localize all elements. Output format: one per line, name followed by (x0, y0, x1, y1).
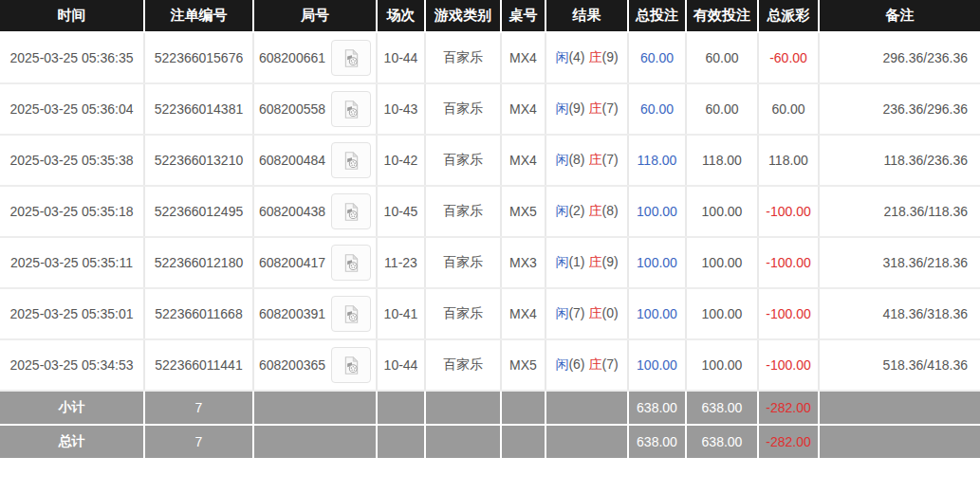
cell-round-id: 608200417 (253, 237, 377, 288)
result-banker-label: 庄 (589, 49, 602, 64)
summary-empty-table-no (501, 391, 545, 425)
result-player-label: 闲 (555, 356, 568, 372)
summary-empty-result (545, 425, 628, 458)
table-row: 2025-03-25 05:35:18 522366012495 6082004… (0, 186, 980, 237)
cell-time: 2025-03-25 05:35:11 (0, 237, 144, 288)
cell-table-no: MX5 (501, 186, 545, 237)
cell-result: 闲(9)庄(7) (545, 83, 628, 135)
result-banker-label: 庄 (589, 203, 602, 218)
video-replay-button[interactable] (331, 245, 371, 281)
result-banker-label: 庄 (589, 152, 602, 167)
round-id-text: 608200438 (259, 204, 325, 219)
col-header-valid-bet: 有效投注 (686, 0, 758, 32)
cell-table-no: MX4 (501, 32, 545, 83)
col-header-payout: 总派彩 (758, 0, 819, 32)
result-banker-score: (9) (602, 49, 619, 64)
col-header-game-type: 游戏类别 (425, 0, 501, 32)
cell-result: 闲(8)庄(7) (545, 135, 628, 186)
result-banker-label: 庄 (589, 305, 602, 320)
result-player-score: (9) (568, 100, 584, 116)
summary-empty-result (545, 391, 628, 425)
video-file-icon (342, 304, 361, 324)
cell-total-bet: 100.00 (628, 186, 686, 237)
summary-count: 7 (144, 425, 253, 458)
col-header-total-bet: 总投注 (628, 0, 686, 32)
cell-total-bet: 60.00 (628, 32, 686, 83)
bet-records-table: 时间 注单编号 局号 场次 游戏类别 桌号 结果 总投注 有效投注 总派彩 备注… (0, 0, 980, 458)
cell-remark: 418.36/318.36 (819, 288, 980, 339)
table-row: 2025-03-25 05:35:11 522366012180 6082004… (0, 237, 980, 288)
summary-total-bet: 638.00 (628, 391, 686, 425)
summary-empty-game-type (425, 391, 501, 425)
table-row: 2025-03-25 05:35:38 522366013210 6082004… (0, 135, 980, 186)
round-id-text: 608200365 (259, 357, 325, 373)
cell-remark: 318.36/218.36 (819, 237, 980, 288)
table-header-row: 时间 注单编号 局号 场次 游戏类别 桌号 结果 总投注 有效投注 总派彩 备注 (0, 0, 980, 32)
result-banker-score: (8) (602, 203, 619, 218)
cell-round-id: 608200365 (253, 339, 377, 391)
col-header-bet-id: 注单编号 (144, 0, 253, 32)
cell-round-id: 608200391 (253, 288, 377, 339)
cell-payout: -100.00 (758, 339, 819, 391)
summary-empty-remark (819, 425, 980, 458)
round-id-text: 608200484 (259, 153, 325, 168)
summary-empty-session (377, 425, 425, 458)
cell-valid-bet: 60.00 (686, 32, 758, 83)
result-player-label: 闲 (555, 203, 568, 218)
cell-game-type: 百家乐 (425, 135, 501, 186)
cell-time: 2025-03-25 05:34:53 (0, 339, 144, 391)
video-replay-button[interactable] (331, 193, 371, 229)
cell-session: 10-42 (377, 135, 425, 186)
result-player-score: (8) (568, 152, 584, 167)
result-banker-score: (7) (602, 356, 619, 372)
cell-bet-id: 522366013210 (144, 135, 253, 186)
cell-total-bet: 60.00 (628, 83, 686, 135)
cell-payout: 60.00 (758, 83, 819, 135)
cell-result: 闲(4)庄(9) (545, 32, 628, 83)
summary-empty-session (377, 391, 425, 425)
cell-time: 2025-03-25 05:36:04 (0, 83, 144, 135)
cell-table-no: MX4 (501, 135, 545, 186)
cell-bet-id: 522366012180 (144, 237, 253, 288)
cell-result: 闲(7)庄(0) (545, 288, 628, 339)
col-header-round-id: 局号 (253, 0, 377, 32)
cell-table-no: MX4 (501, 83, 545, 135)
video-replay-button[interactable] (331, 296, 371, 332)
cell-payout: -100.00 (758, 237, 819, 288)
cell-game-type: 百家乐 (425, 186, 501, 237)
result-banker-label: 庄 (589, 254, 602, 269)
summary-row: 总计 7 638.00 638.00 -282.00 (0, 425, 980, 458)
summary-payout: -282.00 (758, 425, 819, 458)
result-banker-score: (7) (602, 100, 619, 116)
cell-time: 2025-03-25 05:36:35 (0, 32, 144, 83)
cell-bet-id: 522366015676 (144, 32, 253, 83)
cell-bet-id: 522366011668 (144, 288, 253, 339)
cell-bet-id: 522366012495 (144, 186, 253, 237)
summary-empty-game-type (425, 425, 501, 458)
summary-label: 总计 (0, 425, 144, 458)
summary-payout: -282.00 (758, 391, 819, 425)
cell-game-type: 百家乐 (425, 237, 501, 288)
cell-game-type: 百家乐 (425, 339, 501, 391)
result-player-score: (2) (568, 203, 584, 218)
cell-session: 10-41 (377, 288, 425, 339)
cell-round-id: 608200484 (253, 135, 377, 186)
table-row: 2025-03-25 05:34:53 522366011441 6082003… (0, 339, 980, 391)
cell-time: 2025-03-25 05:35:38 (0, 135, 144, 186)
video-replay-button[interactable] (331, 40, 371, 76)
result-player-label: 闲 (555, 305, 568, 320)
table-row: 2025-03-25 05:36:35 522366015676 6082006… (0, 32, 980, 83)
cell-game-type: 百家乐 (425, 288, 501, 339)
cell-result: 闲(2)庄(8) (545, 186, 628, 237)
video-replay-button[interactable] (331, 142, 371, 178)
cell-bet-id: 522366014381 (144, 83, 253, 135)
cell-remark: 518.36/418.36 (819, 339, 980, 391)
col-header-time: 时间 (0, 0, 144, 32)
result-player-label: 闲 (555, 49, 568, 64)
video-replay-button[interactable] (331, 91, 371, 127)
round-id-text: 608200417 (259, 255, 325, 270)
cell-payout: 118.00 (758, 135, 819, 186)
video-replay-button[interactable] (331, 347, 371, 383)
summary-valid-bet: 638.00 (686, 391, 758, 425)
cell-round-id: 608200661 (253, 32, 377, 83)
